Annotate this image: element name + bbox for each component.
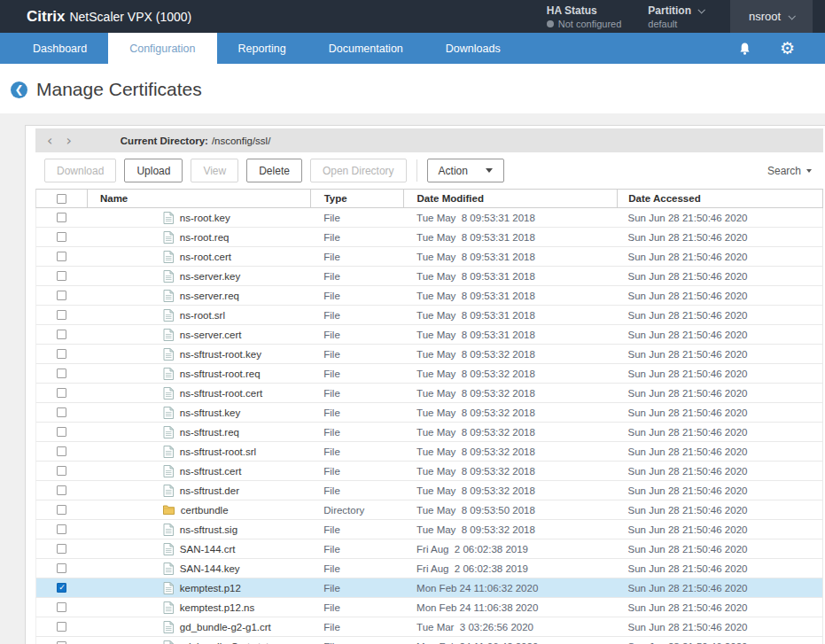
file-name[interactable]: gd_bundle-Certs.txt	[180, 641, 269, 644]
file-name[interactable]: ns-sftrust.key	[180, 407, 240, 418]
table-row[interactable]: ns-root.srlFileTue May 8 09:53:31 2018Su…	[35, 306, 823, 325]
file-name[interactable]: ns-root.srl	[180, 310, 225, 321]
file-name[interactable]: ns-server.key	[180, 271, 240, 282]
view-button[interactable]: View	[191, 159, 238, 182]
file-name[interactable]: certbundle	[181, 505, 229, 516]
file-name[interactable]: kemptest.p12.ns	[180, 602, 254, 613]
row-checkbox[interactable]	[57, 466, 66, 476]
notification-bell-icon[interactable]	[738, 42, 751, 56]
delete-button[interactable]: Delete	[246, 159, 302, 182]
file-name[interactable]: ns-sftrust-root.req	[180, 369, 261, 379]
file-name[interactable]: ns-root.req	[180, 232, 230, 243]
date-modified-cell: Mon Feb 24 11:06:32 2020	[403, 578, 617, 597]
row-checkbox[interactable]	[57, 622, 66, 632]
nav-forward-chevron-icon[interactable]: ›	[66, 134, 71, 148]
row-checkbox[interactable]	[57, 213, 66, 222]
tab-reporting[interactable]: Reporting	[217, 33, 307, 64]
column-header-type[interactable]: Type	[311, 190, 404, 207]
tab-dashboard[interactable]: Dashboard	[12, 33, 108, 64]
row-checkbox[interactable]	[57, 485, 66, 495]
file-name[interactable]: ns-sftrust.sig	[180, 524, 237, 535]
user-menu[interactable]: nsroot	[730, 0, 813, 33]
row-checkbox[interactable]	[57, 271, 66, 281]
row-checkbox[interactable]	[57, 407, 66, 417]
file-name[interactable]: ns-sftrust.der	[180, 485, 239, 496]
row-checkbox[interactable]	[57, 232, 66, 242]
chevron-down-icon[interactable]	[697, 6, 704, 13]
table-row[interactable]: ns-server.certFileTue May 8 09:53:31 201…	[35, 325, 823, 345]
nav-back-chevron-icon[interactable]: ‹	[47, 134, 52, 148]
table-row[interactable]: gd_bundle-g2-g1.crtFileTue Mar 3 03:26:5…	[35, 617, 823, 637]
search-dropdown[interactable]: Search	[767, 165, 812, 177]
table-row[interactable]: ns-sftrust-root.certFileTue May 8 09:53:…	[35, 384, 823, 403]
file-name[interactable]: kemptest.p12	[180, 583, 241, 594]
row-checkbox[interactable]	[57, 369, 66, 378]
file-name[interactable]: gd_bundle-g2-g1.crt	[180, 622, 271, 632]
table-row[interactable]: ns-sftrust.certFileTue May 8 09:53:32 20…	[35, 462, 823, 481]
row-checkbox[interactable]	[57, 505, 66, 515]
row-checkbox[interactable]	[57, 291, 66, 300]
file-icon	[163, 640, 174, 644]
file-name[interactable]: ns-sftrust-root.srl	[180, 446, 256, 457]
file-name[interactable]: ns-sftrust-root.key	[180, 349, 261, 360]
table-row[interactable]: ns-server.reqFileTue May 8 09:53:31 2018…	[35, 286, 823, 306]
file-name[interactable]: SAN-144.key	[180, 563, 240, 574]
partition-block[interactable]: Partition default	[648, 0, 704, 33]
open-directory-button[interactable]: Open Directory	[310, 159, 407, 182]
table-row[interactable]: ns-sftrust.sigFileTue May 8 09:53:32 201…	[35, 520, 823, 539]
table-row[interactable]: ns-sftrust-root.reqFileTue May 8 09:53:3…	[35, 364, 823, 384]
row-checkbox-cell	[36, 364, 88, 383]
select-all-checkbox[interactable]	[57, 194, 66, 204]
column-header-date-accessed[interactable]: Date Accessed	[618, 190, 823, 207]
file-name[interactable]: ns-root.key	[180, 213, 230, 223]
row-checkbox[interactable]	[57, 524, 66, 534]
back-button[interactable]: ❮	[11, 81, 27, 98]
file-name[interactable]: ns-server.req	[180, 291, 239, 301]
file-name[interactable]: SAN-144.crt	[180, 544, 236, 555]
settings-gear-icon[interactable]: ⚙	[780, 40, 795, 57]
file-type-cell: File	[310, 306, 403, 324]
file-name[interactable]: ns-sftrust.req	[180, 427, 239, 438]
file-name[interactable]: ns-sftrust-root.cert	[180, 388, 262, 399]
table-row[interactable]: ns-root.reqFileTue May 8 09:53:31 2018Su…	[35, 228, 823, 247]
folder-icon	[163, 505, 175, 515]
row-checkbox[interactable]	[57, 446, 66, 456]
row-checkbox[interactable]: ✓	[57, 583, 66, 593]
table-row[interactable]: ns-sftrust.reqFileTue May 8 09:53:32 201…	[35, 423, 823, 442]
tab-downloads[interactable]: Downloads	[424, 33, 522, 64]
row-checkbox[interactable]	[57, 388, 66, 398]
table-row[interactable]: gd_bundle-Certs.txtFileMon Feb 24 11:06:…	[35, 637, 823, 644]
file-name[interactable]: ns-root.cert	[180, 252, 231, 262]
row-checkbox[interactable]	[57, 330, 66, 339]
row-checkbox[interactable]	[57, 544, 66, 554]
table-row[interactable]: kemptest.p12.nsFileMon Feb 24 11:06:38 2…	[35, 598, 823, 617]
ha-status-value: Not configured	[558, 19, 622, 29]
table-row[interactable]: ns-sftrust-root.srlFileTue May 8 09:53:3…	[35, 442, 823, 462]
tab-documentation[interactable]: Documentation	[307, 33, 424, 64]
table-row[interactable]: SAN-144.keyFileFri Aug 2 06:02:38 2019Su…	[35, 559, 823, 578]
table-row[interactable]: SAN-144.crtFileFri Aug 2 06:02:38 2019Su…	[35, 539, 823, 559]
column-header-date-modified[interactable]: Date Modified	[404, 190, 619, 207]
row-checkbox[interactable]	[57, 252, 66, 261]
table-row[interactable]: ns-sftrust-root.keyFileTue May 8 09:53:3…	[35, 345, 823, 364]
upload-button[interactable]: Upload	[124, 159, 183, 182]
action-dropdown[interactable]: Action	[427, 159, 504, 182]
table-row[interactable]: ns-root.certFileTue May 8 09:53:31 2018S…	[35, 247, 823, 267]
table-row[interactable]: certbundleDirectoryTue May 8 09:53:50 20…	[35, 500, 823, 520]
column-header-name[interactable]: Name	[88, 190, 311, 207]
table-row[interactable]: ns-sftrust.keyFileTue May 8 09:53:32 201…	[35, 403, 823, 423]
row-checkbox[interactable]	[57, 310, 66, 320]
download-button-label: Download	[57, 165, 104, 177]
table-row[interactable]: ns-server.keyFileTue May 8 09:53:31 2018…	[35, 267, 823, 286]
row-checkbox[interactable]	[57, 349, 66, 359]
file-name[interactable]: ns-sftrust.cert	[180, 466, 242, 477]
row-checkbox[interactable]	[57, 427, 66, 437]
row-checkbox[interactable]	[57, 602, 66, 612]
row-checkbox[interactable]	[57, 563, 66, 573]
file-name[interactable]: ns-server.cert	[180, 330, 242, 340]
tab-configuration[interactable]: Configuration	[108, 33, 216, 64]
table-row[interactable]: ns-sftrust.derFileTue May 8 09:53:32 201…	[35, 481, 823, 500]
download-button[interactable]: Download	[44, 159, 116, 182]
table-row[interactable]: ✓kemptest.p12FileMon Feb 24 11:06:32 202…	[35, 578, 823, 598]
table-row[interactable]: ns-root.keyFileTue May 8 09:53:31 2018Su…	[35, 208, 823, 228]
